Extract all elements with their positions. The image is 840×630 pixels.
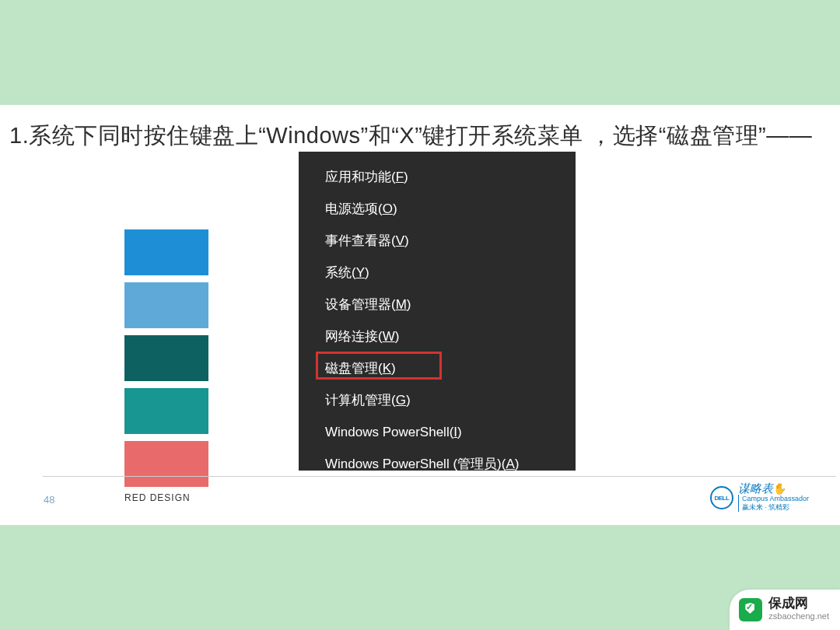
menu-item-9[interactable]: Windows PowerShell (管理员)(A) xyxy=(299,448,576,480)
brand-sub2: 赢未来 · 筑精彩 xyxy=(738,503,809,512)
menu-item-5[interactable]: 网络连接(W) xyxy=(299,320,576,352)
instruction-text: 1.系统下同时按住键盘上“Windows”和“X”键打开系统菜单 ，选择“磁盘管… xyxy=(9,121,840,152)
swatch-5 xyxy=(124,441,208,487)
dell-logo-icon: DELL xyxy=(710,486,733,509)
slide: 1.系统下同时按住键盘上“Windows”和“X”键打开系统菜单 ，选择“磁盘管… xyxy=(0,105,840,525)
swatch-2 xyxy=(124,282,208,328)
shield-check-icon xyxy=(739,598,762,621)
watermark-url: zsbaocheng.net xyxy=(768,610,829,623)
hand-icon: ✋ xyxy=(773,482,786,495)
menu-item-7[interactable]: 计算机管理(G) xyxy=(299,384,576,416)
menu-item-4[interactable]: 设备管理器(M) xyxy=(299,289,576,320)
menu-item-8[interactable]: Windows PowerShell(I) xyxy=(299,416,576,448)
footer-divider xyxy=(43,476,836,477)
color-swatches xyxy=(124,229,208,494)
watermark-title: 保成网 xyxy=(768,597,829,610)
winx-menu: 应用和功能(F)电源选项(O)事件查看器(V)系统(Y)设备管理器(M)网络连接… xyxy=(299,152,576,471)
brand-name: 谋略表 xyxy=(738,481,773,495)
brand-sub1: Campus Ambassador xyxy=(738,495,809,503)
swatch-4 xyxy=(124,388,208,434)
menu-item-1[interactable]: 电源选项(O) xyxy=(299,193,576,225)
dell-text: 谋略表 ✋ Campus Ambassador 赢未来 · 筑精彩 xyxy=(738,484,809,512)
dell-branding: DELL 谋略表 ✋ Campus Ambassador 赢未来 · 筑精彩 xyxy=(710,484,809,512)
menu-item-2[interactable]: 事件查看器(V) xyxy=(299,225,576,257)
menu-item-3[interactable]: 系统(Y) xyxy=(299,257,576,289)
swatch-3 xyxy=(124,335,208,381)
menu-item-0[interactable]: 应用和功能(F) xyxy=(299,161,576,193)
watermark-text: 保成网 zsbaocheng.net xyxy=(768,597,829,623)
page-number: 48 xyxy=(44,494,54,506)
menu-item-6[interactable]: 磁盘管理(K) xyxy=(299,352,576,384)
design-label: RED DESIGN xyxy=(124,492,191,503)
swatch-1 xyxy=(124,229,208,275)
watermark: 保成网 zsbaocheng.net xyxy=(730,590,840,630)
